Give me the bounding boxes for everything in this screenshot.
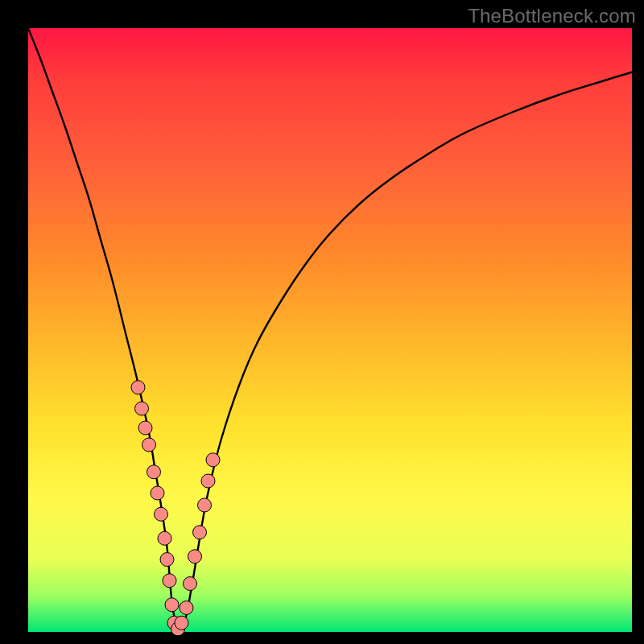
plot-area <box>28 28 632 632</box>
marker-point <box>147 465 161 479</box>
chart-svg <box>28 28 632 632</box>
marker-point <box>165 598 179 612</box>
marker-point <box>198 498 212 512</box>
marker-point <box>131 381 145 394</box>
marker-point <box>188 550 202 564</box>
chart-frame: TheBottleneck.com <box>0 0 644 644</box>
watermark-text: TheBottleneck.com <box>468 5 636 27</box>
marker-point <box>135 402 149 415</box>
marker-point <box>138 421 152 435</box>
marker-point <box>206 453 220 467</box>
marker-point <box>158 531 171 545</box>
marker-point <box>151 486 164 500</box>
marker-point <box>180 601 193 615</box>
highlight-markers <box>131 381 220 636</box>
marker-point <box>142 438 156 452</box>
bottleneck-curve <box>28 28 632 632</box>
marker-point <box>163 574 176 588</box>
marker-point <box>160 553 174 567</box>
marker-point <box>201 474 215 488</box>
marker-point <box>175 616 188 630</box>
marker-point <box>193 526 207 539</box>
marker-point <box>155 507 168 521</box>
marker-point <box>184 577 197 591</box>
